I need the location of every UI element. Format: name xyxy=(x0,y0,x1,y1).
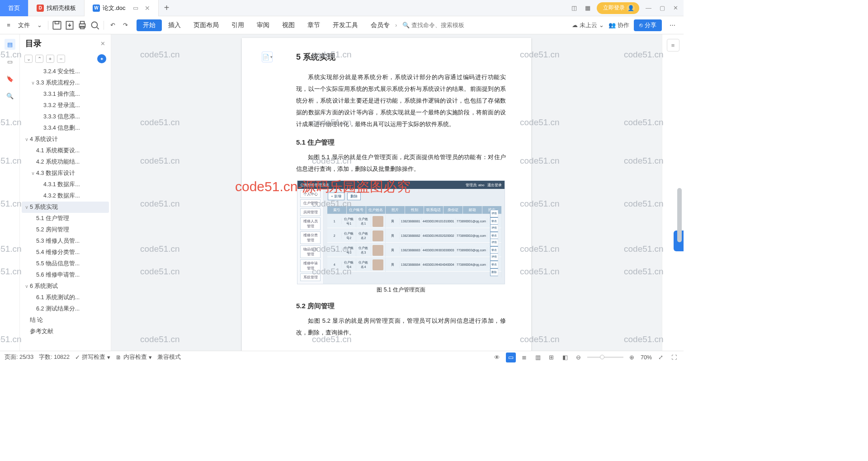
zoom-out-icon[interactable]: ⊖ xyxy=(574,353,584,362)
outline-item[interactable]: 5.1 住户管理 xyxy=(22,213,109,224)
menu-章节[interactable]: 章节 xyxy=(301,19,326,31)
outline-item[interactable]: 3.3.3 信息添... xyxy=(22,111,109,122)
figure-image: 公寓报修管理系统管理员: abo 退出登录个人中心住户管理房间管理维修人员管理维… xyxy=(297,180,505,284)
close-window-icon[interactable]: ✕ xyxy=(671,4,680,12)
menu-overflow-icon[interactable]: › xyxy=(395,22,397,28)
print-preview-icon[interactable] xyxy=(89,19,101,31)
tab-document[interactable]: W 论文.doc ▭ ✕ xyxy=(85,0,159,16)
menu-引用[interactable]: 引用 xyxy=(225,19,250,31)
tab-window-icon[interactable]: ▭ xyxy=(133,5,138,11)
heading-5: 5 系统实现 xyxy=(296,52,506,62)
outline-item[interactable]: 3.2.4 安全性... xyxy=(22,66,109,77)
outline-item[interactable]: 6.1 系统测试的... xyxy=(22,292,109,303)
menu-页面布局[interactable]: 页面布局 xyxy=(187,19,225,31)
outline-item[interactable]: v5 系统实现 xyxy=(22,202,109,213)
page-action-icon[interactable]: 📄▾ xyxy=(262,52,273,62)
outline-item[interactable]: 4.1 系统概要设... xyxy=(22,145,109,156)
vertical-scrollbar[interactable] xyxy=(677,34,683,351)
view-outline-icon[interactable]: ≣ xyxy=(519,353,529,362)
thumbnail-icon[interactable]: ▭ xyxy=(5,56,15,67)
outline-item[interactable]: 5.6 维修申请管... xyxy=(22,269,109,281)
ai-assist-icon[interactable]: ✦ xyxy=(97,54,106,63)
outline-item[interactable]: v4 系统设计 xyxy=(22,134,109,145)
outline-item[interactable]: 5.2 房间管理 xyxy=(22,224,109,235)
new-tab-button[interactable]: + xyxy=(159,3,175,13)
outline-title: 目录 xyxy=(25,38,100,49)
outline-item[interactable]: 参考文献 xyxy=(22,326,109,337)
view-focus-icon[interactable]: ◧ xyxy=(560,353,570,362)
left-rail: ▤ ▭ 🔖 🔍 xyxy=(0,34,20,351)
tab-home[interactable]: 首页 xyxy=(0,0,28,16)
app-grid-icon[interactable]: ▦ xyxy=(583,4,592,13)
outline-icon[interactable]: ▤ xyxy=(5,39,15,50)
share-button[interactable]: ⎋分享 xyxy=(634,19,662,31)
login-button[interactable]: 立即登录 👤 xyxy=(597,2,639,14)
menu-icon[interactable]: ≡ xyxy=(3,19,14,31)
remove-heading-icon[interactable]: − xyxy=(57,55,65,63)
menu-开发工具[interactable]: 开发工具 xyxy=(326,19,364,31)
menu-会员专[interactable]: 会员专 xyxy=(364,19,396,31)
outline-item[interactable]: 结 论 xyxy=(22,315,109,326)
outline-item[interactable]: 4.2 系统功能结... xyxy=(22,156,109,168)
figure: 公寓报修管理系统管理员: abo 退出登录个人中心住户管理房间管理维修人员管理维… xyxy=(297,180,505,294)
tab-close-icon[interactable]: ✕ xyxy=(145,5,150,12)
coop-button[interactable]: 👥协作 xyxy=(609,21,629,29)
paragraph: 如图 5.2 显示的就是房间管理页面，管理员可以对房间信息进行添加，修改，删除，… xyxy=(296,315,506,339)
bookmark-icon[interactable]: 🔖 xyxy=(5,73,15,84)
word-count[interactable]: 字数: 10822 xyxy=(39,353,70,361)
maximize-icon[interactable]: ▢ xyxy=(658,4,667,12)
search-input[interactable] xyxy=(411,22,475,28)
chevron-down-icon[interactable]: ⌄ xyxy=(33,19,45,31)
paragraph: 系统实现部分就是将系统分析，系统设计部分的内容通过编码进行功能实现，以一个实际应… xyxy=(296,71,506,130)
eye-icon[interactable]: 👁 xyxy=(492,353,502,362)
docer-icon: D xyxy=(37,5,44,12)
more-icon[interactable]: ⋯ xyxy=(666,19,678,31)
outline-item[interactable]: 5.5 物品信息管... xyxy=(22,258,109,269)
outline-close-icon[interactable]: ✕ xyxy=(100,40,105,47)
view-page-icon[interactable]: ▭ xyxy=(506,353,516,362)
outline-item[interactable]: 5.3 维修人员管... xyxy=(22,235,109,247)
save-icon[interactable] xyxy=(51,19,63,31)
content-check[interactable]: 🗎内容检查 ▾ xyxy=(116,353,152,361)
spell-check[interactable]: ✓拼写检查 ▾ xyxy=(75,353,110,361)
document-canvas[interactable]: 📄▾ 5 系统实现 系统实现部分就是将系统分析，系统设计部分的内容通过编码进行功… xyxy=(111,34,662,351)
layout-icon[interactable]: ◫ xyxy=(570,4,579,13)
minimize-icon[interactable]: — xyxy=(644,4,653,12)
outline-item[interactable]: 5.4 维修分类管... xyxy=(22,247,109,258)
view-reading-icon[interactable]: ▥ xyxy=(533,353,543,362)
menu-视图[interactable]: 视图 xyxy=(276,19,301,31)
outline-item[interactable]: v6 系统测试 xyxy=(22,281,109,292)
zoom-in-icon[interactable]: ⊕ xyxy=(627,353,637,362)
outline-item[interactable]: 4.3.2 数据库... xyxy=(22,190,109,202)
outline-item[interactable]: 3.3.2 登录流... xyxy=(22,100,109,111)
compat-mode[interactable]: 兼容模式 xyxy=(157,353,181,361)
page-indicator[interactable]: 页面: 25/33 xyxy=(5,353,33,361)
outline-item[interactable]: 3.3.1 操作流... xyxy=(22,89,109,100)
expand-all-icon[interactable]: ⌃ xyxy=(35,55,43,63)
outline-item[interactable]: v4.3 数据库设计 xyxy=(22,168,109,179)
undo-icon[interactable]: ↶ xyxy=(107,19,118,31)
tab-template[interactable]: D 找稻壳模板 xyxy=(28,0,85,16)
fullscreen-icon[interactable]: ⛶ xyxy=(669,353,679,362)
export-icon[interactable] xyxy=(64,19,75,31)
menu-开始[interactable]: 开始 xyxy=(137,19,162,31)
view-web-icon[interactable]: ⊞ xyxy=(547,353,557,362)
menu-审阅[interactable]: 审阅 xyxy=(250,19,276,31)
add-heading-icon[interactable]: + xyxy=(46,55,54,63)
collapse-all-icon[interactable]: ⌄ xyxy=(24,55,33,63)
print-icon[interactable] xyxy=(76,19,88,31)
redo-icon[interactable]: ↷ xyxy=(119,19,131,31)
menu-插入[interactable]: 插入 xyxy=(162,19,187,31)
zoom-level[interactable]: 70% xyxy=(641,354,652,361)
outline-item[interactable]: v3.3 系统流程分... xyxy=(22,77,109,89)
outline-item[interactable]: 6.2 测试结果分... xyxy=(22,303,109,315)
people-icon: 👥 xyxy=(609,22,616,28)
command-search[interactable]: 🔍 xyxy=(402,22,475,28)
outline-item[interactable]: 3.3.4 信息删... xyxy=(22,122,109,134)
zoom-slider[interactable] xyxy=(587,357,623,358)
outline-item[interactable]: 4.3.1 数据库... xyxy=(22,179,109,190)
find-icon[interactable]: 🔍 xyxy=(5,90,15,101)
file-menu[interactable]: 文件 xyxy=(15,21,33,29)
fit-width-icon[interactable]: ⤢ xyxy=(656,353,665,362)
cloud-status[interactable]: ☁未上云 ⌄ xyxy=(572,21,604,29)
